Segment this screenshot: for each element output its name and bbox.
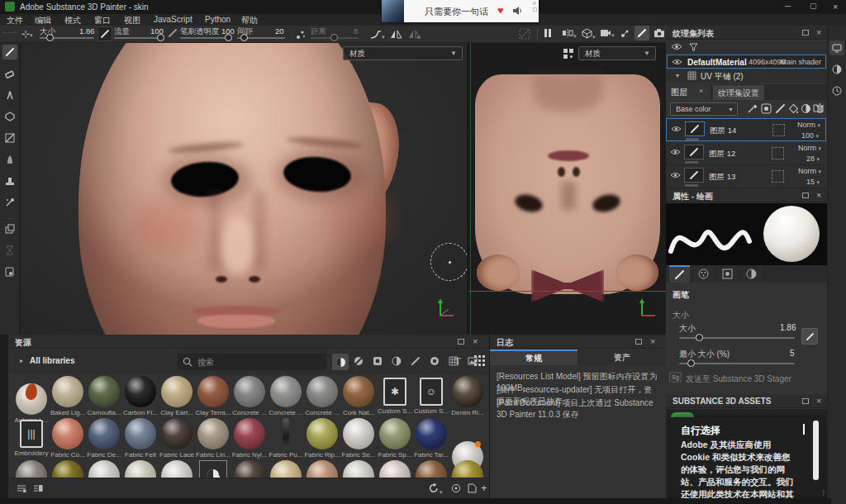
stamp-tool[interactable] — [2, 174, 17, 188]
layer-opacity-dropdown[interactable]: 15 ▾ — [806, 178, 820, 186]
filter-brushes-icon[interactable] — [408, 354, 423, 368]
tab-layers[interactable]: 图层 × — [666, 84, 711, 100]
maximize-button[interactable]: ▢ — [810, 2, 817, 10]
timer-tool[interactable] — [2, 243, 17, 258]
float-panel-icon[interactable] — [458, 339, 464, 345]
channel-dropdown[interactable]: Base color ▼ — [670, 102, 738, 116]
eye-icon[interactable] — [670, 149, 681, 155]
library-chevron-icon[interactable]: ▸ — [20, 357, 23, 364]
material-item[interactable] — [304, 460, 340, 478]
filter-filters-icon[interactable] — [389, 354, 404, 368]
material-picker-tool[interactable] — [2, 195, 17, 210]
new-resource-icon[interactable] — [468, 483, 477, 495]
material-item-selected[interactable] — [195, 460, 231, 478]
layer-thumbnail[interactable] — [685, 121, 705, 136]
menu-edit[interactable]: 编辑 — [35, 15, 51, 26]
layer-instance-tool[interactable] — [2, 221, 17, 236]
eye-icon[interactable] — [672, 59, 682, 65]
close-panel-icon[interactable]: × — [816, 190, 821, 200]
scatter-icon[interactable] — [296, 28, 306, 41]
polygon-fill-tool[interactable] — [2, 109, 17, 124]
layer-mask-thumbnail[interactable] — [772, 124, 785, 136]
filter-materials-icon[interactable] — [332, 354, 349, 370]
smudge-tool[interactable] — [2, 131, 17, 145]
viewport-2d[interactable]: 材质▼ — [468, 43, 666, 335]
link-icon[interactable] — [451, 483, 461, 495]
material-item[interactable]: Fabric Co... — [50, 418, 86, 459]
material-item[interactable]: Camoufla... — [86, 376, 122, 416]
float-panel-icon[interactable] — [802, 30, 809, 36]
stager-label[interactable]: 发送至 Substance 3D Stager — [686, 373, 791, 385]
float-panel-icon[interactable] — [802, 193, 809, 198]
perspective-cube-icon[interactable]: ▾ — [582, 28, 596, 40]
widget-minimize-icon[interactable] — [533, 7, 537, 12]
tab-alpha[interactable] — [693, 265, 714, 283]
flow-brush-icon[interactable] — [169, 29, 177, 39]
material-item[interactable] — [231, 460, 268, 478]
menu-view[interactable]: 视图 — [124, 15, 140, 26]
material-item[interactable]: Fabric Tar... — [413, 418, 449, 459]
float-panel-icon[interactable] — [802, 398, 809, 404]
screenshot-camera-icon[interactable] — [654, 28, 665, 40]
shader-settings-icon[interactable] — [829, 62, 844, 77]
material-item[interactable] — [159, 460, 195, 478]
material-item[interactable]: Concrete ... — [231, 376, 268, 416]
layer-thumbnail[interactable] — [684, 145, 704, 159]
material-item[interactable] — [268, 460, 304, 478]
material-item[interactable]: ✱Custom S... — [377, 376, 413, 415]
material-item[interactable] — [13, 460, 50, 478]
layer-row-1[interactable]: 图层 14 Norm ▾ 100 ▾ — [666, 118, 826, 141]
paint-tool[interactable] — [2, 45, 17, 59]
material-item[interactable] — [340, 460, 377, 478]
display-settings-icon[interactable] — [829, 40, 844, 55]
material-item[interactable] — [122, 460, 159, 478]
uv-tile-grid-icon[interactable] — [563, 48, 574, 61]
close-panel-icon[interactable]: × — [650, 336, 655, 346]
eye-icon[interactable] — [670, 172, 681, 178]
tab-log-general[interactable]: 常规 — [490, 349, 577, 365]
layer-row-2[interactable]: 图层 12 Norm ▾ 28 ▾ — [666, 142, 826, 165]
toolbar-grip[interactable]: ..... — [2, 26, 17, 35]
float-panel-icon[interactable] — [635, 339, 642, 345]
close-panel-icon[interactable]: × — [816, 396, 821, 406]
speaker-icon[interactable] — [512, 6, 523, 17]
layer-opacity-dropdown[interactable]: 100 ▾ — [801, 131, 819, 140]
tab-close-icon[interactable]: × — [699, 87, 703, 95]
close-panel-icon[interactable]: × — [473, 336, 478, 346]
tab-stencil[interactable] — [717, 265, 738, 283]
menu-help[interactable]: 帮助 — [241, 15, 258, 26]
viewport-3d[interactable]: 材质▼ — [21, 43, 467, 335]
layer-mask-thumbnail[interactable] — [772, 147, 784, 159]
album-art[interactable] — [382, 0, 404, 22]
material-item[interactable]: Fabric Sp... — [377, 418, 413, 459]
menu-python[interactable]: Python — [205, 15, 231, 24]
texture-set-row[interactable]: DefaultMaterial 4096x4096 Main shader — [667, 55, 826, 69]
refresh-icon[interactable]: ▾ — [428, 483, 443, 496]
filter-alphas-icon[interactable] — [427, 354, 442, 368]
filter-icon[interactable] — [689, 43, 698, 53]
falloff-curve-icon[interactable]: ▾ — [370, 30, 385, 40]
menu-window[interactable]: 窗口 — [94, 15, 111, 26]
material-item[interactable] — [86, 460, 122, 478]
layer-blend-dropdown[interactable]: Norm ▾ — [798, 167, 821, 175]
layer-thumbnail[interactable] — [684, 168, 704, 183]
material-item[interactable] — [413, 460, 449, 478]
add-effect-icon[interactable] — [747, 103, 758, 116]
eraser-tool[interactable] — [2, 66, 17, 81]
material-item[interactable]: Baked Lig... — [50, 376, 86, 416]
layer-row-3[interactable]: 图层 13 Norm ▾ 15 ▾ — [666, 165, 826, 188]
filter-fonts-icon[interactable]: T — [454, 354, 461, 368]
widget-close-icon[interactable]: × — [532, 0, 536, 7]
history-icon[interactable] — [829, 83, 844, 98]
menu-mode[interactable]: 模式 — [64, 15, 81, 26]
menu-javascript[interactable]: JavaScript — [154, 15, 192, 24]
filter-smart-masks-icon[interactable] — [370, 354, 385, 368]
material-item[interactable] — [50, 460, 86, 478]
size-slider[interactable] — [40, 37, 94, 39]
search-input[interactable]: 搜索 — [178, 354, 326, 370]
clone-tool[interactable] — [2, 152, 17, 167]
menu-file[interactable]: 文件 — [7, 15, 23, 26]
distance-slider[interactable] — [311, 37, 359, 39]
paint-mode-button[interactable] — [634, 26, 649, 40]
cookie-scrollbar[interactable] — [813, 421, 819, 480]
